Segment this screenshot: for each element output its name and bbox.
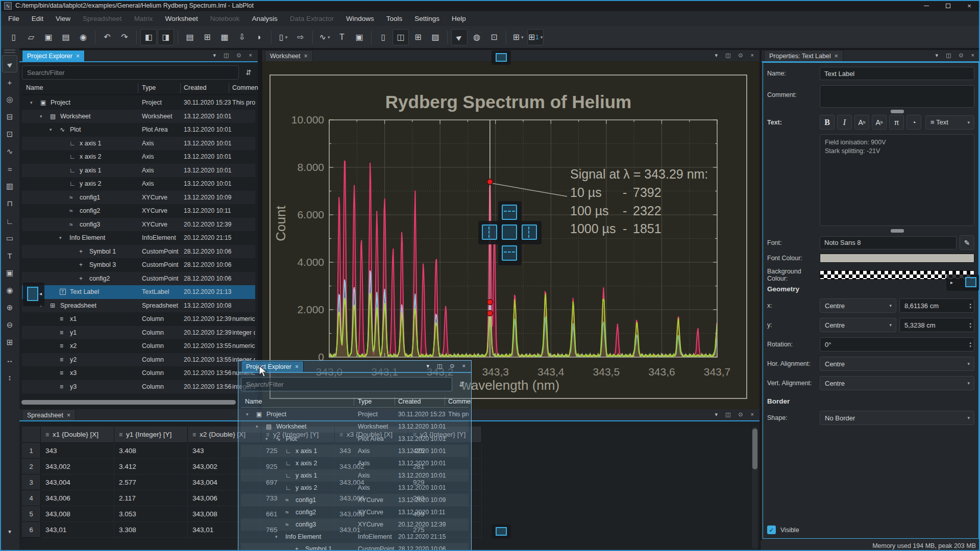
table-cell[interactable]: 3.412 — [114, 459, 188, 474]
tree-header[interactable]: NameTypeCreatedCommen — [241, 395, 469, 408]
zoom-x-tool-button[interactable]: ⊟ — [2, 109, 17, 124]
filter-icon[interactable]: ⇵ — [455, 380, 469, 388]
row-number[interactable]: 3 — [22, 474, 41, 490]
border-shape-combo[interactable]: No Border▾ — [820, 411, 974, 425]
dock-indicator-right[interactable] — [518, 221, 542, 244]
close-dock-icon[interactable]: × — [971, 52, 974, 58]
search-input[interactable] — [241, 377, 452, 391]
tree-header[interactable]: NameTypeCreatedCommen — [22, 82, 255, 95]
menu-worksheet[interactable]: Worksheet — [159, 11, 204, 26]
print-button[interactable]: ▤ — [58, 29, 74, 45]
table-cell[interactable]: 3.053 — [114, 506, 188, 522]
select-mode-button[interactable]: ► — [451, 29, 468, 45]
add-axis-tool-button[interactable]: ∟ — [2, 213, 17, 229]
expander-icon[interactable]: ▾ — [59, 235, 62, 240]
tree-item-y1[interactable]: ≡y1Column20.12.2020 12:39integer da — [22, 326, 255, 340]
tree-item-symbol-1[interactable]: +Symbol 1CustomPoint28.12.2020 10:06 — [22, 245, 255, 259]
tree-item-x2[interactable]: ≡x2Column20.12.2020 13:55numerical — [22, 339, 255, 353]
tree-item-y-axis-2[interactable]: ∟y axis 2Axis13.12.2020 10:01 — [22, 177, 255, 191]
row-number[interactable]: 5 — [22, 506, 41, 522]
floating-project-explorer[interactable]: Project Explorer× ▾ ◫ ⊙ × ⇵ NameTypeCrea… — [238, 360, 472, 551]
layout-horizontal-button[interactable]: ◫ — [393, 29, 409, 45]
pin-dock-icon[interactable]: ⊙ — [450, 363, 454, 369]
expander-icon[interactable]: ▾ — [256, 424, 258, 429]
color-theme-button[interactable]: ◗ — [251, 29, 267, 45]
italic-button[interactable]: I — [837, 115, 852, 130]
tree-item-x-axis-1[interactable]: ∟x axis 1Axis13.12.2020 10:01 — [22, 137, 255, 151]
new-object-dropdown[interactable]: ▯▾ — [275, 29, 291, 45]
toggle-properties-button[interactable]: ◨ — [158, 29, 174, 45]
font-colour-swatch[interactable] — [820, 254, 974, 263]
menu-settings[interactable]: Settings — [408, 11, 446, 26]
table-cell[interactable]: 343,002 — [41, 459, 114, 474]
close-icon[interactable]: × — [835, 53, 838, 60]
float-dock-icon[interactable]: ◫ — [437, 363, 442, 369]
menu-edit[interactable]: Edit — [26, 11, 50, 26]
zoom-y-tool-button[interactable]: ⊡ — [2, 127, 17, 142]
menu-file[interactable]: File — [2, 11, 26, 26]
zoom-out-tool-button[interactable]: ⊖ — [2, 317, 17, 333]
add-text-label-button[interactable]: T — [334, 29, 350, 45]
row-number[interactable]: 1 — [22, 443, 41, 459]
open-project-button[interactable]: ▱ — [23, 29, 39, 45]
redo-button[interactable]: ↷ — [116, 29, 133, 45]
tree-item-config3[interactable]: ≈config3XYCurve20.12.2020 12:39 — [241, 518, 469, 531]
tab-project-explorer[interactable]: Project Explorer× — [22, 50, 85, 61]
print-preview-button[interactable]: ◉ — [75, 29, 91, 45]
zoom-select-mode-button[interactable]: ⊡ — [486, 29, 502, 45]
table-cell[interactable]: 343,008 — [41, 506, 114, 522]
y-position-spinbox[interactable]: 5,3238 cm▴▾ — [899, 318, 974, 332]
text-content-area[interactable]: Field ionisation: 900VStark splitting: -… — [820, 134, 974, 226]
comment-field[interactable] — [820, 85, 974, 108]
add-plot-dropdown[interactable]: ∿▾ — [316, 29, 333, 45]
dock-indicator-edge-right[interactable] — [965, 277, 976, 287]
layout-break-button[interactable]: ▨ — [427, 29, 444, 45]
menu-tools[interactable]: Tools — [380, 11, 409, 26]
font-edit-button[interactable]: ✎ — [960, 235, 974, 250]
table-cell[interactable]: 2.117 — [114, 490, 188, 506]
tab-properties-text-label[interactable]: Properties: Text Label× — [764, 50, 843, 61]
column-header[interactable]: ≡x1 {Double} [X] — [41, 427, 114, 443]
close-dock-icon[interactable]: × — [249, 52, 252, 58]
rotation-spinbox[interactable]: 0°▴▾ — [820, 337, 974, 352]
x-anchor-combo[interactable]: Centre▾ — [820, 298, 896, 313]
add-info-element-tool-button[interactable]: ◉ — [2, 283, 17, 298]
export-button[interactable]: ⇨ — [292, 29, 309, 45]
tab-project-explorer-floating[interactable]: Project Explorer× — [241, 361, 304, 372]
menu-help[interactable]: Help — [446, 11, 472, 26]
new-worksheet-button[interactable]: ▤ — [182, 29, 198, 45]
add-legend-tool-button[interactable]: ▭ — [2, 231, 17, 246]
tree-item-x-axis-2[interactable]: ∟x axis 2Axis13.12.2020 10:01 — [241, 457, 469, 469]
shift-y-tool-button[interactable]: ↕ — [2, 369, 17, 385]
superscript-button[interactable]: Ab — [854, 115, 869, 130]
tree-item-project[interactable]: ▾▣ProjectProject30.11.2020 15:23This pro… — [241, 408, 469, 420]
tree-item-x3[interactable]: ≡x3Column20.12.2020 13:56numerical — [22, 366, 255, 380]
text-mode-combo[interactable]: ≡ Text▾ — [925, 115, 974, 130]
tree-item-plot[interactable]: ▾∿PlotPlot Area13.12.2020 10:01 — [241, 433, 469, 445]
tree-item-x-axis-2[interactable]: ∟x axis 2Axis13.12.2020 10:01 — [22, 150, 255, 164]
table-cell[interactable]: 3.308 — [114, 522, 188, 538]
new-project-button[interactable]: ▯ — [6, 29, 22, 45]
tree-item-worksheet[interactable]: ▾▤WorksheetWorksheet13.12.2020 10:01 — [241, 420, 469, 433]
auto-fit-tool-button[interactable]: ⊞ — [2, 335, 17, 350]
close-icon[interactable]: × — [295, 363, 299, 370]
add-curve-tool-button[interactable]: ∿ — [2, 144, 17, 159]
expander-icon[interactable]: ▾ — [275, 534, 278, 539]
tree-item-spreadsheet[interactable]: ▾⊞SpreadsheetSpreadsheet13.12.2020 10:08 — [22, 299, 255, 313]
name-field[interactable] — [820, 67, 974, 80]
select-tool-button[interactable]: ► — [2, 55, 17, 72]
tree-item-symbol-1[interactable]: +Symbol 1CustomPoint28.12.2020 10:06 — [241, 543, 469, 550]
float-dock-icon[interactable]: ◫ — [224, 52, 229, 59]
pin-dock-icon[interactable]: ⊙ — [959, 52, 963, 59]
pin-dock-icon[interactable]: ⊙ — [738, 411, 743, 418]
minimize-button[interactable] — [916, 0, 937, 11]
tree-item-config2[interactable]: ≈config2XYCurve13.12.2020 10:11 — [241, 506, 469, 518]
pin-dock-icon[interactable]: ⊙ — [738, 52, 743, 59]
tree-item-y2[interactable]: ≡y2Column20.12.2020 13:55integer da — [22, 353, 255, 367]
tree-item-worksheet[interactable]: ▾▤WorksheetWorksheet13.12.2020 10:01 — [22, 110, 255, 123]
splitter-handle[interactable] — [891, 110, 904, 113]
zoom-in-tool-button[interactable]: ⊕ — [2, 300, 17, 315]
table-cell[interactable]: 343,004 — [41, 474, 114, 490]
table-cell[interactable]: 343 — [41, 443, 114, 459]
column-header[interactable]: ≡y1 {Integer} [Y] — [114, 427, 188, 443]
